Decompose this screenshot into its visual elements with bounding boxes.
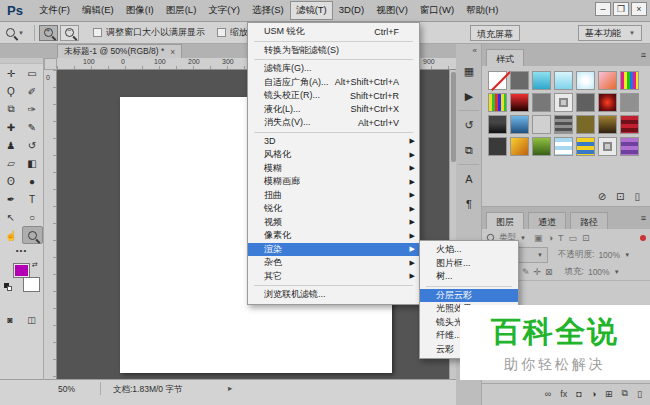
render-submenu-item-2[interactable]: 图片框... [420, 257, 518, 271]
style-swatch-22[interactable] [488, 137, 507, 156]
style-swatch-23[interactable] [510, 137, 529, 156]
dodge-tool[interactable]: ● [22, 172, 43, 190]
style-swatch-20[interactable] [598, 115, 617, 134]
style-swatch-10[interactable] [532, 93, 551, 112]
link-layers-button[interactable]: ∞ [545, 389, 551, 399]
style-swatch-28[interactable] [620, 137, 639, 156]
adjustment-layer-button[interactable]: ◑ [591, 389, 596, 399]
pen-tool[interactable]: ✒ [1, 190, 22, 208]
background-color-swatch[interactable] [23, 277, 40, 292]
move-tool[interactable]: ✛ [1, 64, 22, 82]
tab-close-icon[interactable]: × [170, 47, 175, 57]
filter-menu-item-16[interactable]: 锐化▶ [248, 202, 419, 216]
zoom-tool[interactable] [22, 226, 43, 244]
brush-tool[interactable]: ✎ [22, 118, 43, 136]
collapse-dock-icon[interactable]: « [456, 44, 481, 57]
panel-menu-icon[interactable]: ≡ [641, 50, 646, 60]
style-swatch-3[interactable] [532, 71, 551, 90]
menubar-item-3[interactable]: 图像(I) [120, 1, 160, 20]
clone-source-panel-icon[interactable]: ⧉ [456, 139, 482, 161]
style-swatch-1[interactable] [488, 71, 507, 90]
tab-channels[interactable]: 通道 [528, 212, 566, 229]
zoom-tool-preset[interactable]: ▼ [0, 28, 30, 37]
filter-menu-item-20[interactable]: 杂色▶ [248, 256, 419, 270]
maximize-button[interactable]: ❐ [613, 2, 629, 16]
gradient-tool[interactable]: ◧ [22, 154, 43, 172]
quick-mask-button[interactable]: ◙ [7, 315, 12, 325]
ruler-origin[interactable] [44, 58, 57, 70]
resize-windows-checkbox[interactable]: 调整窗口大小以满屏显示 [93, 26, 205, 39]
lock-icon-3[interactable]: ✛ [533, 267, 541, 277]
menubar-item-5[interactable]: 文字(Y) [202, 1, 246, 20]
fill-screen-button[interactable]: 填充屏幕 [470, 25, 520, 41]
filter-menu-item-17[interactable]: 视频▶ [248, 216, 419, 230]
filter-menu-item-9[interactable]: 消失点(V)...Alt+Ctrl+V [248, 116, 419, 130]
history-brush-tool[interactable]: ↺ [22, 136, 43, 154]
style-swatch-18[interactable] [554, 115, 573, 134]
filter-menu-item-12[interactable]: 风格化▶ [248, 148, 419, 162]
layer-filter-icon-5[interactable]: ⊡ [582, 233, 590, 243]
tab-layers[interactable]: 图层 [486, 212, 524, 229]
character-panel-icon[interactable]: A [456, 168, 482, 190]
opacity-field[interactable]: 100% [598, 250, 620, 260]
style-swatch-9[interactable] [510, 93, 529, 112]
layer-filter-icon-2[interactable]: ◑ [547, 233, 552, 243]
style-swatch-6[interactable] [598, 71, 617, 90]
style-swatch-17[interactable] [532, 115, 551, 134]
edit-toolbar-button[interactable]: ••• [0, 246, 43, 255]
clone-stamp-tool[interactable]: ♟ [1, 136, 22, 154]
new-group-button[interactable]: ⊞ [605, 389, 613, 399]
lasso-tool[interactable]: Ϙ [1, 82, 22, 100]
style-swatch-8[interactable] [488, 93, 507, 112]
layer-mask-button[interactable]: ◘ [576, 389, 581, 399]
healing-brush-tool[interactable]: ✚ [1, 118, 22, 136]
quick-select-tool[interactable]: ✐ [22, 82, 43, 100]
menubar-item-8[interactable]: 3D(D) [333, 1, 370, 20]
style-swatch-5[interactable] [576, 71, 595, 90]
zoom-in-button[interactable]: + [39, 25, 58, 41]
adjustments-panel-icon[interactable]: ▦ [456, 60, 482, 82]
style-swatch-25[interactable] [554, 137, 573, 156]
style-swatch-21[interactable] [620, 115, 639, 134]
filter-menu-item-1[interactable]: USM 锐化Ctrl+F [248, 25, 419, 39]
lock-icon-4[interactable]: ⊠ [545, 267, 553, 277]
layer-filter-icon-4[interactable]: ▭ [568, 233, 577, 243]
eyedropper-tool[interactable]: ✑ [22, 100, 43, 118]
style-swatch-12[interactable] [576, 93, 595, 112]
filter-menu-item-14[interactable]: 模糊画廊▶ [248, 175, 419, 189]
style-swatch-11[interactable] [554, 93, 573, 112]
filter-menu-item-21[interactable]: 其它▶ [248, 270, 419, 284]
style-swatch-7[interactable] [620, 71, 639, 90]
close-button[interactable]: × [631, 2, 647, 16]
blur-tool[interactable]: ʘ [1, 172, 22, 190]
delete-style-button[interactable]: ▯ [634, 191, 640, 202]
history-panel-icon[interactable]: ↺ [456, 114, 482, 136]
delete-layer-button[interactable]: ▯ [637, 389, 642, 399]
style-swatch-2[interactable] [510, 71, 529, 90]
new-layer-button[interactable]: ⧉ [622, 388, 628, 399]
style-swatch-4[interactable] [554, 71, 573, 90]
document-tab[interactable]: 未标题-1 @ 50%(RGB/8) * × [57, 44, 182, 58]
default-colors-icon[interactable] [4, 283, 12, 291]
filter-menu-item-3[interactable]: 转换为智能滤镜(S) [248, 44, 419, 58]
layer-filter-icon-1[interactable]: ▣ [534, 233, 543, 243]
menubar-item-10[interactable]: 窗口(W) [414, 1, 460, 20]
filter-menu-item-18[interactable]: 像素化▶ [248, 229, 419, 243]
eraser-tool[interactable]: ▱ [1, 154, 22, 172]
style-swatch-16[interactable] [510, 115, 529, 134]
paragraph-panel-icon[interactable]: ¶ [456, 193, 482, 215]
menubar-item-6[interactable]: 选择(S) [246, 1, 290, 20]
style-swatch-13[interactable] [598, 93, 617, 112]
menubar-item-9[interactable]: 视图(V) [370, 1, 414, 20]
type-tool[interactable]: T [22, 190, 43, 208]
layer-filter-icon-3[interactable]: T [558, 233, 564, 243]
shape-tool[interactable]: ○ [22, 208, 43, 226]
new-style-button[interactable]: ⊡ [616, 191, 624, 202]
menubar-item-7[interactable]: 滤镜(T) [290, 1, 333, 20]
filter-menu-item-7[interactable]: 镜头校正(R)...Shift+Ctrl+R [248, 89, 419, 103]
filter-menu-item-13[interactable]: 模糊▶ [248, 162, 419, 176]
crop-tool[interactable]: ⧉ [1, 100, 22, 118]
zoom-level-field[interactable]: 50% [58, 384, 75, 394]
filter-menu-item-5[interactable]: 滤镜库(G)... [248, 62, 419, 76]
filter-menu-item-19[interactable]: 渲染▶ [248, 243, 419, 257]
